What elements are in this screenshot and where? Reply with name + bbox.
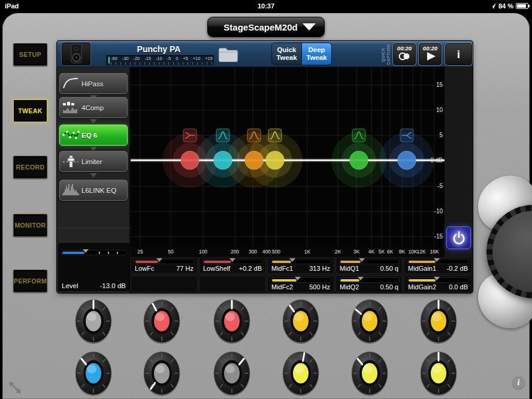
param-slider-fill	[409, 261, 436, 263]
eq-power-button[interactable]	[446, 226, 471, 249]
param-cell-midgain1[interactable]: MidGain1-0.2 dB	[404, 257, 472, 274]
param-value: +0.2 dB	[239, 265, 262, 272]
app-info-button[interactable]: i	[512, 376, 525, 389]
freq-axis-label: 16K	[430, 249, 439, 255]
param-slider-marker[interactable]	[434, 277, 440, 280]
device-selector-dropdown[interactable]: StageScapeM20d	[207, 17, 325, 37]
module-button-l6link-eq[interactable]: L6LINK EQ	[59, 180, 128, 201]
wave-icon	[62, 183, 80, 198]
info-button[interactable]: i	[445, 43, 472, 65]
param-text-row: MidFc1313 Hz	[271, 265, 330, 272]
knob-row2-3[interactable]	[212, 350, 252, 397]
param-slider-marker[interactable]	[359, 258, 365, 262]
param-name: MidGain2	[408, 283, 436, 291]
param-text-row: LowFc77 Hz	[135, 265, 194, 272]
knob-row1-5[interactable]	[350, 298, 389, 345]
param-slider-marker[interactable]	[295, 277, 301, 280]
param-cell-midgain2[interactable]: MidGain20.0 dB	[404, 276, 472, 292]
tab-quick-tweak[interactable]: Quick Tweak	[272, 43, 302, 65]
sidebar-button-setup[interactable]: SETUP	[13, 43, 47, 66]
module-button-hipass[interactable]: HiPass	[59, 73, 128, 94]
preset-folder-button[interactable]	[216, 44, 240, 65]
knob-row1-4[interactable]	[281, 298, 321, 345]
module-button-4comp[interactable]: 4Comp	[59, 97, 128, 118]
param-slider[interactable]	[407, 277, 469, 283]
channel-source-button[interactable]	[62, 43, 90, 65]
param-name: MidGain1	[408, 265, 436, 272]
param-slider[interactable]	[338, 277, 400, 283]
param-slider[interactable]	[270, 277, 331, 283]
db-axis-label: 10	[436, 107, 443, 113]
freq-axis-label: 100	[199, 249, 207, 255]
param-cell-midq2[interactable]: MidQ20.50 q	[335, 276, 403, 292]
param-slider[interactable]	[338, 259, 400, 264]
db-axis-label: -10	[434, 208, 443, 214]
eq-node-mid-3[interactable]	[266, 151, 285, 170]
knob-row2-6[interactable]	[419, 350, 458, 397]
freq-axis-label: 50	[168, 249, 173, 255]
quick-capture-play-button[interactable]: 00:20	[419, 43, 442, 65]
tab-deep-tweak[interactable]: Deep Tweak	[302, 43, 331, 65]
knob-row2-2[interactable]	[142, 350, 182, 397]
knob-row1-6[interactable]	[419, 298, 458, 345]
level-slider-marker[interactable]	[83, 249, 89, 253]
param-cell-lowshelf[interactable]: LowShelf+0.2 dB	[199, 257, 266, 274]
eq-node-mid-2[interactable]	[245, 151, 264, 170]
meter-scale: -60-30-20-15-10-50+5+10+15	[111, 56, 213, 61]
param-slider[interactable]	[407, 259, 469, 264]
level-slider[interactable]	[61, 250, 127, 255]
param-name: LowFc	[135, 265, 154, 272]
param-slider[interactable]	[270, 259, 331, 264]
preset-name: Punchy PA	[99, 44, 219, 54]
param-name: MidFc2	[271, 283, 293, 291]
sidebar-button-tweak[interactable]: TWEAK	[13, 99, 47, 122]
sidebar-button-perform[interactable]: PERFORM	[13, 270, 47, 292]
param-cell-midq1[interactable]: MidQ10.50 q	[335, 257, 403, 274]
param-cell-midfc1[interactable]: MidFc1313 Hz	[267, 257, 334, 274]
knob-row2-1[interactable]	[74, 350, 113, 397]
param-cell-lowfc[interactable]: LowFc77 Hz	[131, 257, 198, 274]
quick-capture-label: QUICK CAPTURE	[380, 44, 391, 65]
eq-node-mid-1[interactable]	[214, 151, 232, 170]
knob-row2-4[interactable]	[281, 350, 321, 397]
eq-node-low-shelf[interactable]	[181, 151, 200, 170]
device-selector-label: StageScapeM20d	[208, 22, 303, 32]
resize-handle-icon[interactable]	[8, 380, 22, 395]
param-slider-marker[interactable]	[156, 258, 162, 262]
freq-axis-label: 3K	[353, 249, 359, 255]
module-button-limiter[interactable]: Limiter	[59, 151, 128, 172]
eq-node-mid-4[interactable]	[350, 151, 368, 170]
module-label: HiPass	[81, 80, 103, 87]
freq-axis-label: 1K	[304, 249, 310, 255]
module-button-eq-6[interactable]: EQ 6	[59, 125, 128, 146]
tweak-mode-tabs: Quick TweakDeep Tweak	[271, 43, 332, 65]
eq-node-high-shelf[interactable]	[398, 151, 416, 170]
freq-axis-label: 5K	[379, 249, 385, 255]
param-name: MidFc1	[271, 265, 293, 272]
level-parameter-cell[interactable]: Level -13.0 dB	[58, 242, 129, 291]
module-icon-wrap	[60, 128, 81, 143]
param-slider-marker[interactable]	[229, 258, 235, 262]
level-slider-ticks	[91, 252, 124, 254]
knob-row1-2[interactable]	[142, 298, 182, 345]
knob-row1-1[interactable]	[74, 298, 113, 345]
param-slider[interactable]	[134, 259, 195, 264]
module-label: Limiter	[81, 158, 102, 165]
knob-row1-3[interactable]	[212, 298, 252, 345]
param-slider-fill	[272, 261, 291, 263]
freq-axis-label: 400	[262, 249, 271, 255]
param-text-row: MidFc2500 Hz	[271, 283, 330, 291]
param-slider-marker[interactable]	[358, 277, 364, 280]
param-slider-fill	[272, 279, 297, 282]
sidebar-button-record[interactable]: RECORD	[13, 156, 47, 179]
sidebar-button-monitor[interactable]: MONITOR	[13, 214, 47, 237]
param-slider[interactable]	[202, 259, 263, 264]
param-slider-marker[interactable]	[289, 258, 295, 262]
eq-response-graph[interactable]: 151050 dB-5-10-15	[131, 67, 445, 247]
quick-capture-record-button[interactable]: 00:20	[393, 43, 416, 65]
param-cell-midfc2[interactable]: MidFc2500 Hz	[267, 276, 334, 292]
param-slider-marker[interactable]	[434, 258, 440, 262]
chain-arrow-icon	[90, 147, 97, 151]
knob-row2-5[interactable]	[350, 350, 389, 397]
module-label: EQ 6	[81, 132, 97, 139]
